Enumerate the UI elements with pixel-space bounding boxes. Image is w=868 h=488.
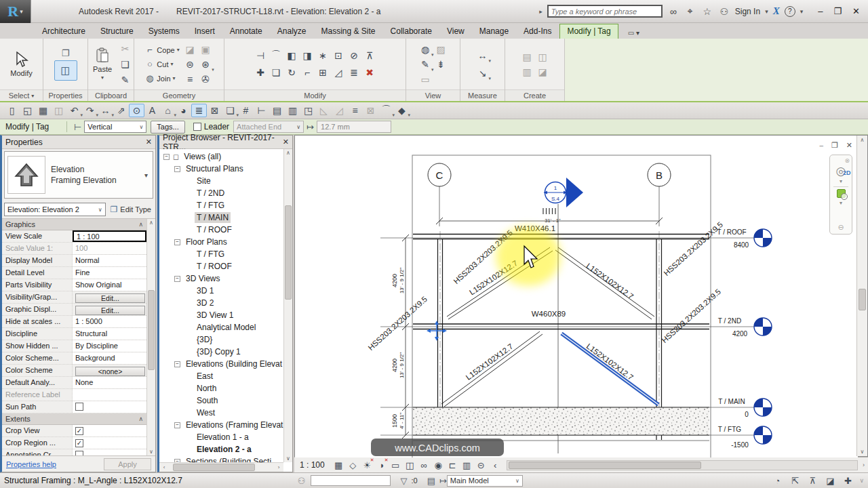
create-group-icon[interactable]: ▤ (519, 49, 535, 64)
scrollbar-thumb[interactable] (285, 205, 292, 300)
exclude-cursor-icon[interactable]: ◪ (821, 473, 839, 488)
section-icon[interactable]: ◕ (176, 104, 191, 117)
minimize-button[interactable]: – (818, 6, 823, 16)
aligned-dimension-icon[interactable]: ⇗ (113, 104, 129, 117)
tab-view[interactable]: View (440, 24, 471, 39)
crop-view-icon[interactable]: ▭ (389, 458, 403, 472)
panel-label-modify[interactable]: Modify (224, 89, 406, 101)
property-value[interactable]: Structural (73, 328, 146, 340)
measure-distance-icon[interactable]: ↔▾ (475, 48, 490, 63)
tree-item[interactable]: T / ROOF (159, 260, 283, 272)
measure-icon[interactable]: ↔▾ (98, 104, 113, 117)
links-cursor-icon[interactable]: ⇱ (786, 473, 804, 488)
thin-lines-icon[interactable]: ≣ (191, 104, 207, 117)
sign-in-label[interactable]: Sign In (735, 7, 760, 16)
navbar-collapse-icon[interactable]: ⊖ (837, 223, 844, 232)
view-close-button[interactable]: ✕ (846, 141, 852, 150)
cope-options-icon[interactable]: ◪ (182, 42, 198, 57)
create-parts-icon[interactable]: ◪ (535, 64, 551, 79)
no-crop-icon[interactable]: ⊠ (363, 104, 378, 117)
checkbox-icon[interactable] (75, 451, 83, 455)
scroll-right-icon[interactable]: › (859, 462, 868, 468)
chevron-down-icon[interactable]: ▾ (840, 178, 842, 184)
collapse-icon[interactable]: ‹ (488, 458, 502, 472)
tree-item[interactable]: −Elevations (Framing Elevat (159, 419, 283, 431)
drawing-hscrollbar[interactable] (507, 460, 858, 470)
search-icon[interactable]: ∞ (667, 6, 679, 17)
worksharing-display-icon[interactable]: ▥ (460, 458, 474, 472)
communication-center-icon[interactable]: ⌖ (684, 5, 696, 17)
scrollbar-thumb[interactable] (148, 290, 155, 371)
tree-item[interactable]: North (159, 382, 283, 394)
tree-item[interactable]: T / ROOF (159, 224, 283, 236)
property-value[interactable]: Background (73, 352, 146, 364)
selection-filter[interactable]: ▽ :0 (400, 476, 417, 486)
checkbox-icon[interactable]: ✓ (75, 439, 83, 447)
align-icon[interactable]: ⊣ (253, 48, 269, 63)
create-similar-icon[interactable]: ◫ (535, 49, 551, 64)
undo-icon[interactable]: ↶▾ (66, 104, 82, 117)
property-value[interactable]: 1 : 5000 (73, 316, 146, 327)
browser-hscrollbar[interactable]: ‹ › (159, 462, 283, 472)
collapse-icon[interactable]: ∧ (138, 415, 143, 422)
collapse-search-icon[interactable]: ▸ (539, 8, 542, 15)
property-value[interactable]: 100 (73, 243, 146, 254)
tab-architecture[interactable]: Architecture (35, 24, 92, 39)
property-value[interactable]: ✓ (73, 437, 146, 449)
properties-header[interactable]: Properties ✕ (2, 136, 155, 149)
property-value[interactable]: By Discipline (73, 340, 146, 352)
type-properties-icon[interactable]: ❐ (62, 48, 70, 58)
sketch-a-icon[interactable]: ◺ (316, 104, 332, 117)
mirror-pick-axis-icon[interactable]: ◧ (284, 48, 300, 63)
properties-help-link[interactable]: Properties help (6, 460, 56, 468)
property-value[interactable]: ✓ (73, 425, 146, 436)
scroll-down-icon[interactable]: ∨ (147, 449, 155, 455)
tree-item[interactable]: Elevation 1 - a (159, 431, 283, 443)
linework-icon[interactable]: ✎▾ (418, 57, 433, 72)
drawing-vscrollbar[interactable]: ∧ ∨ (856, 136, 867, 456)
split-face-icon[interactable]: ⊛▾ (198, 57, 214, 72)
leader-checkbox[interactable]: Leader (193, 122, 229, 131)
design-options-icon[interactable]: ▤ (427, 476, 435, 486)
maximize-button[interactable]: ❐ (833, 6, 842, 16)
panel-label-clipboard[interactable]: Clipboard (88, 89, 134, 101)
arc-icon[interactable]: ⌒▾ (378, 104, 394, 117)
tree-item[interactable]: T / FTG (159, 248, 283, 260)
steering-wheel-icon[interactable]: ◎2D (836, 166, 846, 176)
reveal-constraints-icon[interactable]: ⊏ (446, 458, 460, 472)
edit-type-button[interactable]: ❐ Edit Type (108, 205, 153, 214)
tree-item[interactable]: Site (159, 175, 283, 187)
tree-item[interactable]: 3D 2 (159, 297, 283, 309)
dim-ft[interactable]: 13' - 9 1/2" (399, 352, 405, 378)
collapse-icon[interactable]: ∧ (138, 221, 143, 228)
browser-scrollbar[interactable]: ∧ ∨ (283, 149, 292, 462)
property-value[interactable]: Fine (73, 267, 146, 279)
schedule-list-icon[interactable]: ≡ (347, 104, 363, 117)
search-input[interactable] (547, 5, 663, 18)
tree-item[interactable]: 3D View 1 (159, 309, 283, 321)
tree-item[interactable]: T / 2ND (159, 187, 283, 199)
ribbon-display-toggle[interactable]: ▭ ▾ (624, 27, 644, 39)
dimension-text[interactable]: 31' - 1" (545, 218, 561, 224)
print-icon[interactable]: ◫ (51, 104, 66, 117)
create-assembly-icon[interactable]: ▥ (519, 64, 535, 79)
sun-path-icon[interactable]: ☀✕ (360, 458, 374, 472)
tree-item[interactable]: {3D} Copy 1 (159, 346, 283, 358)
drawing-view[interactable]: C B 31' - 1" (294, 135, 868, 457)
offset-icon[interactable]: ⌒ (269, 48, 284, 63)
move-icon[interactable]: ✚ (253, 65, 269, 80)
tab-massing-site[interactable]: Massing & Site (315, 24, 382, 39)
cascade-windows-icon[interactable]: ▤ (269, 104, 285, 117)
scroll-down-icon[interactable]: ∨ (857, 449, 867, 455)
copy-to-clipboard-icon[interactable]: ❏ (117, 57, 133, 72)
temporary-hide-isolate-icon[interactable]: ◉ (431, 458, 446, 472)
scroll-down-icon[interactable]: ∨ (284, 455, 292, 462)
tab-modify-tag[interactable]: Modify | Tag (559, 24, 618, 39)
tab-analyze[interactable]: Analyze (271, 24, 313, 39)
chevron-down-icon[interactable]: ▾ (144, 171, 150, 179)
tab-structure[interactable]: Structure (94, 24, 140, 39)
type-selector[interactable]: Elevation Framing Elevation ▾ (4, 151, 153, 199)
keyboard-shortcuts-icon[interactable]: # (238, 104, 254, 117)
join-button[interactable]: ◍ Join ▾ (144, 72, 179, 85)
close-button[interactable]: ✕ (852, 6, 860, 16)
